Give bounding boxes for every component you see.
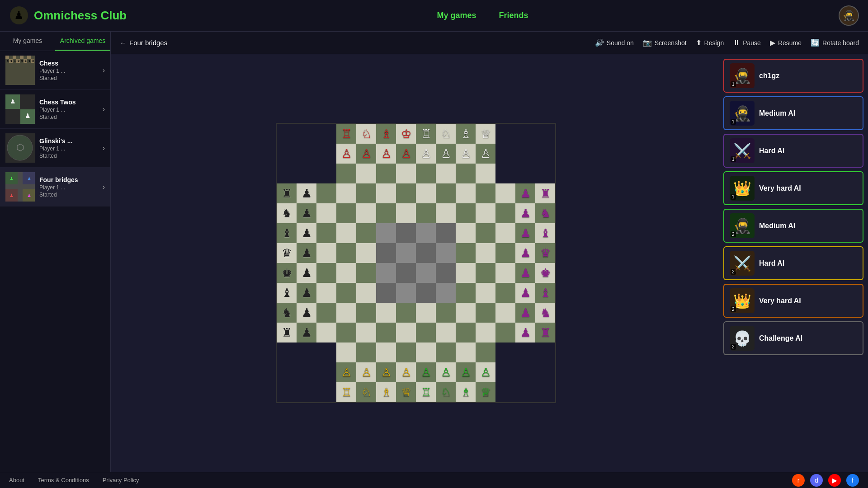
board-cell[interactable] [515, 362, 535, 382]
board-cell[interactable] [495, 382, 515, 402]
board-cell[interactable]: ♚ [535, 263, 555, 283]
board-cell[interactable]: ♖ [336, 382, 356, 402]
board-cell[interactable] [535, 362, 555, 382]
board-cell[interactable] [476, 183, 495, 203]
board-cell[interactable] [336, 303, 356, 323]
board-cell[interactable]: ♕ [476, 382, 495, 402]
board-cell[interactable]: ♟ [515, 203, 535, 223]
board-cell[interactable] [495, 223, 515, 243]
board-cell[interactable]: ♟ [515, 183, 535, 203]
board-cell[interactable] [436, 283, 456, 303]
board-cell[interactable] [277, 343, 297, 362]
board-cell[interactable] [476, 223, 495, 243]
board-cell[interactable] [456, 243, 476, 263]
board-cell[interactable]: ♕ [476, 124, 495, 144]
board-cell[interactable]: ♗ [456, 382, 476, 402]
board-cell[interactable] [376, 183, 396, 203]
board-cell[interactable] [456, 164, 476, 183]
pause-button[interactable]: ⏸ Pause [733, 39, 761, 47]
board-cell[interactable] [436, 243, 456, 263]
board-cell[interactable]: ♔ [396, 124, 416, 144]
board-cell[interactable] [297, 343, 316, 362]
board-cell[interactable] [396, 183, 416, 203]
footer-about[interactable]: About [9, 477, 24, 483]
board-cell[interactable] [436, 203, 456, 223]
board-cell[interactable] [476, 164, 495, 183]
board-cell[interactable] [316, 183, 336, 203]
board-cell[interactable] [495, 283, 515, 303]
board-cell[interactable]: ♞ [277, 203, 297, 223]
board-cell[interactable]: ♗ [376, 382, 396, 402]
board-cell[interactable] [396, 263, 416, 283]
board-cell[interactable] [495, 183, 515, 203]
board-cell[interactable] [476, 323, 495, 343]
board-cell[interactable]: ♙ [356, 362, 376, 382]
board-cell[interactable]: ♞ [535, 303, 555, 323]
board-cell[interactable]: ♕ [396, 382, 416, 402]
board-cell[interactable] [277, 362, 297, 382]
board-cell[interactable]: ♜ [277, 183, 297, 203]
board-cell[interactable] [356, 203, 376, 223]
board-cell[interactable] [396, 323, 416, 343]
tab-archived-games[interactable]: Archived games [55, 32, 110, 51]
board-cell[interactable] [416, 323, 436, 343]
board-cell[interactable] [336, 283, 356, 303]
board-cell[interactable] [416, 283, 436, 303]
board-cell[interactable] [515, 144, 535, 164]
board-cell[interactable]: ♟ [297, 283, 316, 303]
board-cell[interactable] [376, 263, 396, 283]
board-cell[interactable] [376, 243, 396, 263]
board-cell[interactable]: ♙ [376, 144, 396, 164]
board-cell[interactable] [396, 203, 416, 223]
board-cell[interactable] [396, 164, 416, 183]
board-cell[interactable] [336, 323, 356, 343]
facebook-icon[interactable]: f [846, 474, 859, 487]
board-cell[interactable] [495, 124, 515, 144]
board-cell[interactable] [515, 124, 535, 144]
board-cell[interactable] [336, 164, 356, 183]
board-cell[interactable]: ♙ [376, 362, 396, 382]
board-cell[interactable]: ♛ [535, 243, 555, 263]
four-bridges-board[interactable]: ♖♘♗♔♖♘♗♕♙♙♙♙♙♙♙♙♜♟♟♜♞♟♟♞♝♟♟♝♛♟♟♛♚♟♟♚♝♟♟♝… [276, 123, 556, 403]
board-cell[interactable]: ♙ [436, 144, 456, 164]
board-cell[interactable] [356, 183, 376, 203]
board-cell[interactable]: ♟ [297, 243, 316, 263]
board-cell[interactable] [436, 164, 456, 183]
board-cell[interactable] [396, 283, 416, 303]
board-cell[interactable] [376, 283, 396, 303]
board-cell[interactable] [416, 223, 436, 243]
board-cell[interactable]: ♞ [535, 203, 555, 223]
sound-button[interactable]: 🔊 Sound on [595, 38, 634, 47]
board-cell[interactable] [436, 323, 456, 343]
board-cell[interactable]: ♙ [336, 144, 356, 164]
board-cell[interactable] [476, 263, 495, 283]
board-cell[interactable]: ♙ [396, 144, 416, 164]
board-cell[interactable] [476, 343, 495, 362]
board-cell[interactable] [356, 343, 376, 362]
sidebar-item-chess[interactable]: mini chess board ♜♞♝♛♚♝♞♜ Chess Player 1… [0, 51, 110, 90]
board-cell[interactable] [416, 243, 436, 263]
board-cell[interactable] [356, 223, 376, 243]
board-cell[interactable] [356, 243, 376, 263]
board-cell[interactable] [476, 303, 495, 323]
board-cell[interactable] [436, 183, 456, 203]
board-cell[interactable]: ♟ [297, 183, 316, 203]
board-cell[interactable] [456, 183, 476, 203]
board-cell[interactable]: ♙ [336, 362, 356, 382]
board-cell[interactable] [316, 263, 336, 283]
board-cell[interactable]: ♘ [436, 124, 456, 144]
board-cell[interactable]: ♟ [515, 303, 535, 323]
board-cell[interactable] [535, 343, 555, 362]
board-cell[interactable]: ♜ [277, 323, 297, 343]
board-cell[interactable] [495, 164, 515, 183]
board-cell[interactable] [297, 382, 316, 402]
board-cell[interactable]: ♟ [515, 323, 535, 343]
board-cell[interactable]: ♚ [277, 263, 297, 283]
board-cell[interactable] [277, 382, 297, 402]
board-cell[interactable] [316, 124, 336, 144]
board-cell[interactable] [436, 223, 456, 243]
board-cell[interactable] [356, 283, 376, 303]
board-cell[interactable] [316, 144, 336, 164]
board-cell[interactable] [336, 263, 356, 283]
board-cell[interactable]: ♟ [297, 323, 316, 343]
